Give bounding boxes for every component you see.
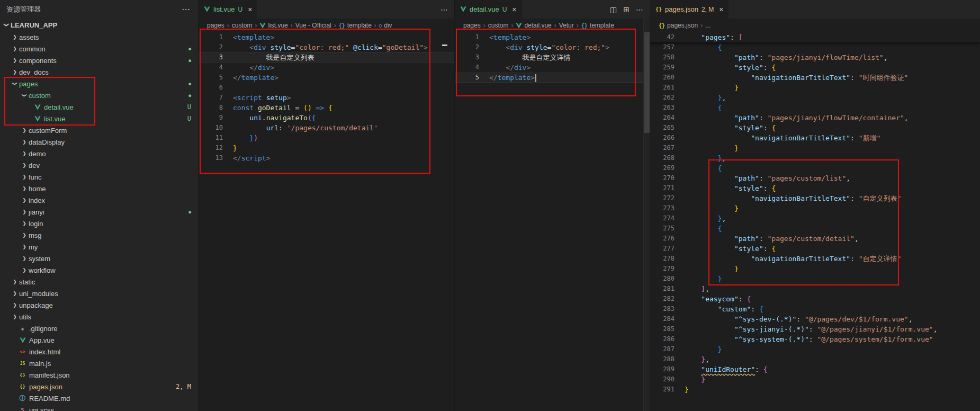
code-line[interactable]: 259 "style": {	[650, 62, 980, 73]
tree-item-dev[interactable]: ❯dev	[0, 159, 198, 171]
code-line[interactable]: 272 "navigationBarTitleText": "自定义列表"	[650, 193, 980, 203]
code-line[interactable]: 285 "^sys-jianyi-(.*)": "@/pages/jianyi/…	[650, 324, 980, 334]
tree-item-uni-modules[interactable]: ❯uni_modules	[0, 288, 198, 299]
code-line[interactable]: 13</script>	[199, 153, 454, 163]
more-icon[interactable]: ⋯	[636, 5, 643, 14]
code-line[interactable]: 284 "^sys-dev-(.*)": "@/pages/dev/$1/for…	[650, 314, 980, 324]
tree-item-jianyi[interactable]: ❯jianyi●	[0, 206, 198, 218]
tree-item-msg[interactable]: ❯msg	[0, 229, 198, 241]
sticky-scroll-line[interactable]: 42 "pages": [	[650, 32, 980, 42]
tab-pages-json[interactable]: {} pages.json 2, M ×	[650, 0, 729, 19]
chevron-right-icon[interactable]: ❯	[11, 58, 19, 63]
project-root-item[interactable]: ❯ LEARUN_APP	[0, 19, 198, 31]
code-line[interactable]: 12}	[199, 143, 454, 153]
code-line[interactable]: 268 },	[650, 153, 980, 163]
code-line[interactable]: 264 "path": "pages/jianyi/flowTime/conta…	[650, 113, 980, 123]
breadcrumb-item[interactable]: pages.json	[667, 22, 698, 29]
chevron-right-icon[interactable]: ❯	[11, 279, 19, 284]
code-line[interactable]: 281 ],	[650, 284, 980, 294]
split-icon[interactable]: ◫	[610, 5, 617, 14]
tree-item--gitignore[interactable]: ◆.gitignore	[0, 323, 198, 334]
code-line[interactable]: 6	[199, 83, 454, 93]
breadcrumb-item[interactable]: template	[347, 22, 372, 29]
code-line[interactable]: 2 <div style="color: red;">	[455, 42, 650, 52]
chevron-right-icon[interactable]: ❯	[11, 69, 19, 75]
code-editor[interactable]: 42 "pages": [257 {258 "path": "pages/jia…	[650, 32, 980, 411]
chevron-down-icon[interactable]: ❯	[12, 79, 17, 88]
code-line[interactable]: 290 }	[650, 374, 980, 385]
tree-item-app-vue[interactable]: App.vue	[0, 334, 198, 346]
tree-item-components[interactable]: ❯components●	[0, 55, 198, 66]
chevron-right-icon[interactable]: ❯	[11, 302, 19, 308]
tree-item-list-vue[interactable]: list.vueU	[0, 113, 198, 124]
chevron-right-icon[interactable]: ❯	[20, 198, 29, 203]
chevron-right-icon[interactable]: ❯	[11, 291, 19, 296]
tree-item-unpackage[interactable]: ❯unpackage	[0, 299, 198, 311]
tree-item-common[interactable]: ❯common●	[0, 43, 198, 55]
code-line[interactable]: 289 "uniIdRouter": {	[650, 364, 980, 374]
tree-item-custom[interactable]: ❯custom●	[0, 90, 198, 101]
code-line[interactable]: 9 uni.navigateTo({	[199, 113, 454, 123]
chevron-right-icon[interactable]: ❯	[20, 267, 29, 273]
code-line[interactable]: 278 "navigationBarTitleText": "自定义详情"	[650, 254, 980, 264]
code-line[interactable]: 280 }	[650, 274, 980, 284]
code-line[interactable]: 3 我是自定义详情	[455, 52, 650, 62]
code-line[interactable]: 283 "custom": {	[650, 304, 980, 314]
close-icon[interactable]: ×	[248, 5, 252, 14]
tree-item-pages[interactable]: ❯pages●	[0, 78, 198, 90]
close-icon[interactable]: ×	[512, 5, 516, 14]
code-line[interactable]: 282 "easycom": {	[650, 294, 980, 304]
code-line[interactable]: 265 "style": {	[650, 123, 980, 133]
code-line[interactable]: 7<script setup>	[199, 93, 454, 103]
tree-item-login[interactable]: ❯login	[0, 218, 198, 229]
code-line[interactable]: 8const goDetail = () => {	[199, 103, 454, 113]
tree-item-dev-docs[interactable]: ❯dev_docs	[0, 66, 198, 78]
tree-item-readme-md[interactable]: ⓘREADME.md	[0, 392, 198, 404]
breadcrumb-item[interactable]: Vue - Official	[295, 22, 331, 29]
code-line[interactable]: 266 "navigationBarTitleText": "新增"	[650, 133, 980, 143]
code-line[interactable]: 3 我是自定义列表	[199, 52, 454, 62]
breadcrumb-item[interactable]: template	[590, 22, 614, 29]
chevron-right-icon[interactable]: ❯	[20, 163, 29, 168]
chevron-right-icon[interactable]: ❯	[11, 314, 19, 319]
code-line[interactable]: 267 }	[650, 143, 980, 153]
breadcrumb-item[interactable]: pages	[463, 22, 481, 29]
tree-item-uni-scss[interactable]: Suni.scss	[0, 404, 198, 411]
code-line[interactable]: 273 }	[650, 203, 980, 213]
code-line[interactable]: 260 "navigationBarTitleText": "时间组件验证"	[650, 73, 980, 83]
code-line[interactable]: 277 "style": {	[650, 244, 980, 254]
tree-item-assets[interactable]: ❯assets	[0, 31, 198, 43]
chevron-right-icon[interactable]: ❯	[11, 46, 19, 51]
tab-list-vue[interactable]: list.vue U ×	[199, 0, 258, 19]
chevron-right-icon[interactable]: ❯	[20, 244, 29, 249]
code-line[interactable]: 287 }	[650, 344, 980, 354]
code-editor[interactable]: 1<template>2 <div style="color: red;" @c…	[199, 32, 454, 411]
breadcrumb-item[interactable]: pages	[207, 22, 224, 29]
code-line[interactable]: 257 {	[650, 42, 980, 52]
code-line[interactable]: 274 },	[650, 213, 980, 224]
code-line[interactable]: 10 url: '/pages/custom/detail'	[199, 123, 454, 133]
scrollbar[interactable]	[643, 19, 650, 411]
breadcrumb-item[interactable]: div	[384, 22, 392, 29]
chevron-right-icon[interactable]: ❯	[20, 139, 29, 145]
code-line[interactable]: 4 </div>	[455, 62, 650, 73]
code-line[interactable]: 5</template>	[199, 73, 454, 83]
more-actions-icon[interactable]: ⋯	[182, 4, 191, 14]
chevron-right-icon[interactable]: ❯	[20, 256, 29, 261]
tree-item-utils[interactable]: ❯utils	[0, 311, 198, 323]
breadcrumb-item[interactable]: ...	[705, 22, 711, 29]
code-line[interactable]: 279 }	[650, 264, 980, 274]
tree-item-detail-vue[interactable]: detail.vueU	[0, 101, 198, 113]
breadcrumb-item[interactable]: list.vue	[268, 22, 287, 29]
code-line[interactable]: 276 "path": "pages/custom/detail",	[650, 234, 980, 244]
code-line[interactable]: 261 }	[650, 83, 980, 93]
code-line[interactable]: 286 "^sys-system-(.*)": "@/pages/system/…	[650, 334, 980, 344]
code-line[interactable]: 262 },	[650, 93, 980, 103]
tree-item-my[interactable]: ❯my	[0, 241, 198, 253]
chevron-right-icon[interactable]: ❯	[20, 186, 29, 191]
chevron-down-icon[interactable]: ❯	[22, 91, 27, 100]
code-line[interactable]: 269 {	[650, 163, 980, 173]
tree-item-workflow[interactable]: ❯workflow	[0, 264, 198, 276]
tree-item-home[interactable]: ❯home	[0, 183, 198, 194]
chevron-right-icon[interactable]: ❯	[20, 221, 29, 226]
